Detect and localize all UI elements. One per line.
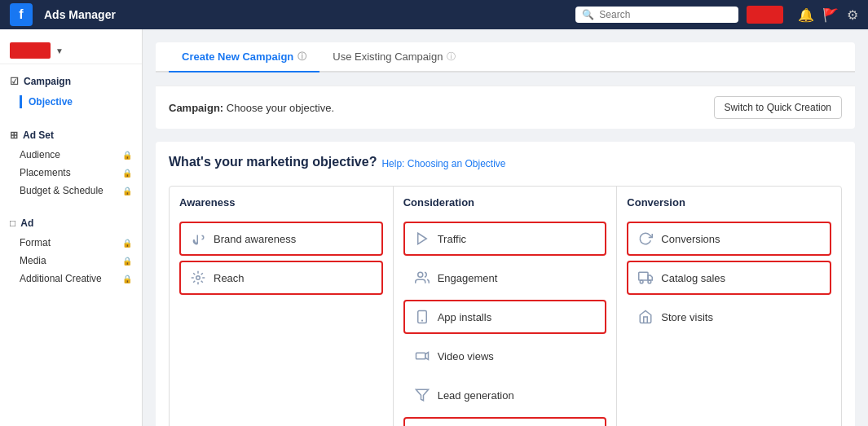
sidebar-objective-label: Objective (29, 96, 73, 108)
objective-item-app-installs[interactable]: App installs (403, 300, 607, 334)
app-installs-label: App installs (438, 311, 491, 323)
sidebar-item-media[interactable]: Media 🔒 (0, 252, 142, 270)
sidebar-item-additional-creative[interactable]: Additional Creative 🔒 (0, 270, 142, 288)
objective-item-conversions[interactable]: Conversions (627, 222, 831, 256)
lock-icon: 🔒 (122, 274, 132, 283)
sidebar-item-budget[interactable]: Budget & Schedule 🔒 (0, 182, 142, 200)
nav-red-button[interactable] (747, 6, 783, 24)
sidebar-audience-label: Audience (20, 149, 60, 160)
tab-existing-label: Use Existing Campaign (333, 51, 443, 63)
svg-rect-8 (639, 272, 648, 280)
video-views-icon (413, 347, 431, 365)
search-input[interactable] (599, 9, 732, 20)
sidebar-budget-label: Budget & Schedule (20, 185, 104, 196)
conversion-header: Conversion (627, 196, 831, 213)
catalog-sales-icon (637, 269, 654, 287)
facebook-logo: f (10, 3, 33, 26)
traffic-label: Traffic (438, 233, 466, 245)
conversions-icon (637, 230, 654, 248)
campaign-choose-label: Choose your objective. (227, 102, 334, 114)
sidebar-format-label: Format (20, 237, 51, 248)
awareness-header: Awareness (179, 196, 383, 213)
objective-item-brand-awareness[interactable]: Brand awareness (179, 222, 383, 256)
layout: ▼ ☑ Campaign Objective ⊞ Ad Set Audience… (0, 29, 868, 426)
dropdown-arrow-icon: ▼ (55, 46, 64, 55)
switch-to-quick-creation-button[interactable]: Switch to Quick Creation (714, 96, 842, 119)
objective-item-catalog-sales[interactable]: Catalog sales (627, 261, 831, 295)
svg-point-2 (417, 272, 422, 277)
engagement-label: Engagement (438, 272, 498, 284)
sidebar-media-label: Media (20, 255, 46, 266)
sidebar-item-objective[interactable]: Objective (0, 92, 142, 112)
lock-icon: 🔒 (122, 151, 132, 160)
reach-icon (189, 269, 207, 287)
tab-existing-info-icon: ⓘ (447, 51, 456, 63)
campaign-prefix: Campaign: (169, 102, 223, 114)
sidebar-placements-label: Placements (20, 167, 71, 178)
tab-create-new-campaign[interactable]: Create New Campaign ⓘ (169, 42, 319, 72)
sidebar-section-ad: □ Ad Format 🔒 Media 🔒 Additional Creativ… (0, 213, 142, 288)
lead-generation-icon (413, 386, 431, 404)
notification-icon[interactable]: 🔔 (798, 7, 814, 23)
lock-icon: 🔒 (122, 239, 132, 248)
app-installs-icon (413, 308, 431, 326)
sidebar-campaign-header: ☑ Campaign (0, 71, 142, 92)
lock-icon: 🔒 (122, 187, 132, 195)
reach-label: Reach (214, 272, 245, 284)
search-bar[interactable]: 🔍 (575, 7, 738, 23)
catalog-sales-label: Catalog sales (661, 272, 725, 284)
svg-marker-7 (416, 389, 428, 401)
objective-item-messages[interactable]: Messages (403, 417, 607, 426)
main-content: Create New Campaign ⓘ Use Existing Campa… (143, 29, 868, 426)
top-nav: f Ads Manager 🔍 🔔 🚩 ⚙ (0, 0, 868, 29)
store-visits-label: Store visits (661, 311, 713, 323)
nav-icons: 🔔 🚩 ⚙ (798, 7, 858, 23)
help-link[interactable]: Help: Choosing an Objective (381, 158, 505, 169)
campaign-objective-text: Campaign: Choose your objective. (169, 102, 334, 114)
sidebar-adset-header: ⊞ Ad Set (0, 125, 142, 146)
sidebar-section-adset: ⊞ Ad Set Audience 🔒 Placements 🔒 Budget … (0, 125, 142, 200)
tab-create-info-icon: ⓘ (297, 51, 306, 63)
sidebar-item-format[interactable]: Format 🔒 (0, 234, 142, 252)
brand-awareness-icon (189, 230, 207, 248)
campaign-header: Campaign: Choose your objective. Switch … (156, 86, 855, 129)
objective-section-title: What's your marketing objective? (169, 155, 377, 169)
engagement-icon (413, 269, 431, 287)
svg-rect-5 (416, 353, 425, 359)
objective-item-engagement[interactable]: Engagement (403, 261, 607, 295)
sidebar-additional-creative-label: Additional Creative (20, 273, 102, 284)
svg-point-10 (648, 280, 651, 283)
lock-icon: 🔒 (122, 257, 132, 266)
tabs-bar: Create New Campaign ⓘ Use Existing Campa… (156, 42, 855, 72)
tab-create-label: Create New Campaign (182, 51, 293, 63)
lock-icon: 🔒 (122, 169, 132, 178)
objective-item-reach[interactable]: Reach (179, 261, 383, 295)
svg-marker-1 (417, 233, 426, 244)
flag-icon[interactable]: 🚩 (822, 7, 839, 23)
brand-awareness-label: Brand awareness (214, 233, 296, 245)
app-title: Ads Manager (44, 8, 116, 21)
awareness-column: Awareness Brand awareness (170, 187, 394, 426)
conversions-label: Conversions (661, 233, 720, 245)
objective-item-lead-generation[interactable]: Lead generation (403, 378, 607, 412)
sidebar-item-audience[interactable]: Audience 🔒 (0, 146, 142, 164)
settings-icon[interactable]: ⚙ (847, 7, 858, 23)
account-red-indicator (10, 42, 51, 59)
campaign-checkbox-icon: ☑ (10, 76, 19, 87)
sidebar-ad-label: Ad (20, 217, 33, 229)
consideration-header: Consideration (403, 196, 607, 213)
objective-item-store-visits[interactable]: Store visits (627, 300, 831, 334)
sidebar-section-campaign: ☑ Campaign Objective (0, 71, 142, 112)
tab-use-existing-campaign[interactable]: Use Existing Campaign ⓘ (319, 42, 469, 72)
sidebar-item-placements[interactable]: Placements 🔒 (0, 164, 142, 182)
traffic-icon (413, 230, 431, 248)
objective-item-video-views[interactable]: Video views (403, 339, 607, 373)
objective-section: What's your marketing objective? Help: C… (156, 142, 855, 426)
account-dropdown[interactable]: ▼ (0, 37, 142, 64)
consideration-column: Consideration Traffic (394, 187, 618, 426)
svg-marker-6 (425, 353, 428, 360)
svg-point-9 (641, 280, 644, 283)
lead-generation-label: Lead generation (438, 389, 514, 402)
objective-item-traffic[interactable]: Traffic (403, 222, 607, 256)
store-visits-icon (637, 308, 654, 326)
